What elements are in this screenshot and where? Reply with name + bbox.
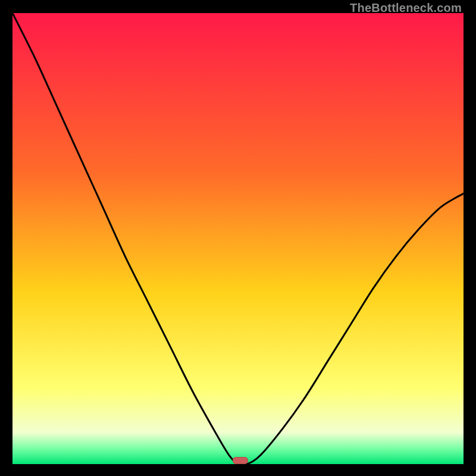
plot-area (12, 13, 464, 464)
optimum-marker (233, 457, 248, 464)
chart-frame: TheBottleneck.com (0, 0, 476, 476)
bottleneck-curve (12, 13, 464, 464)
